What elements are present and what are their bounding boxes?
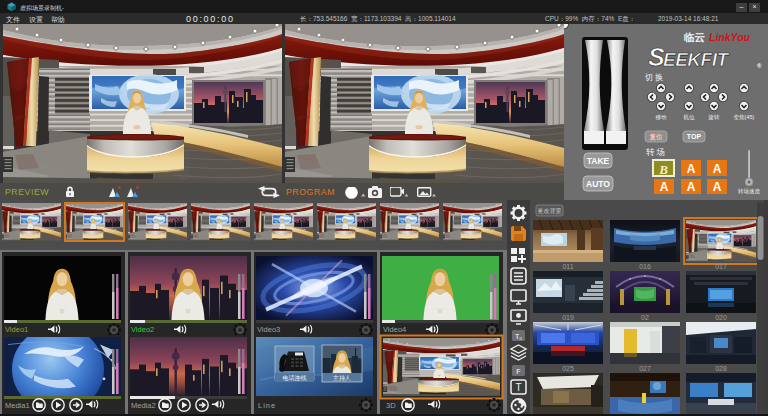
svg-text:复位: 复位 (649, 133, 664, 141)
svg-text:Media1: Media1 (5, 401, 30, 410)
svg-text:B: B (658, 162, 668, 177)
svg-text:Line: Line (258, 401, 276, 410)
svg-text:020: 020 (715, 314, 727, 321)
svg-text:转场速度: 转场速度 (738, 188, 761, 195)
svg-text:A: A (713, 180, 722, 194)
svg-text:LinkYou: LinkYou (709, 31, 751, 43)
svg-text:A: A (713, 162, 722, 176)
svg-text:Video4: Video4 (383, 325, 406, 334)
svg-text:TOP: TOP (687, 133, 702, 140)
svg-text:Video3: Video3 (257, 325, 280, 334)
svg-text:019: 019 (562, 314, 574, 321)
svg-text:025: 025 (562, 365, 574, 372)
svg-text:027: 027 (639, 365, 651, 372)
svg-text:切换: 切换 (644, 73, 665, 82)
svg-text:机位: 机位 (684, 114, 696, 121)
svg-text:EEKFIT: EEKFIT (663, 49, 729, 70)
svg-text:A: A (660, 180, 669, 194)
svg-text:Video1: Video1 (5, 325, 28, 334)
svg-text:011: 011 (562, 263, 573, 270)
svg-text:016: 016 (639, 263, 651, 270)
svg-text:®: ® (757, 63, 762, 69)
svg-text:转场: 转场 (646, 147, 667, 157)
svg-text:Media2: Media2 (131, 401, 156, 410)
svg-text:AUTO: AUTO (586, 179, 610, 189)
svg-text:电话连线: 电话连线 (283, 375, 307, 382)
svg-text:017: 017 (715, 263, 727, 270)
svg-text:TAKE: TAKE (587, 156, 610, 166)
svg-text:移动: 移动 (656, 114, 668, 121)
svg-text:Video2: Video2 (131, 325, 154, 334)
svg-text:旋转: 旋转 (708, 114, 721, 121)
svg-text:A: A (687, 162, 696, 176)
svg-text:临云: 临云 (684, 31, 706, 43)
svg-text:02: 02 (641, 314, 649, 321)
svg-text:3D: 3D (386, 401, 396, 410)
svg-text:更改背景: 更改背景 (538, 207, 562, 214)
svg-text:028: 028 (715, 365, 727, 372)
svg-text:A: A (687, 180, 696, 194)
svg-text:主持人: 主持人 (333, 374, 351, 382)
svg-text:变焦(45): 变焦(45) (734, 114, 755, 121)
